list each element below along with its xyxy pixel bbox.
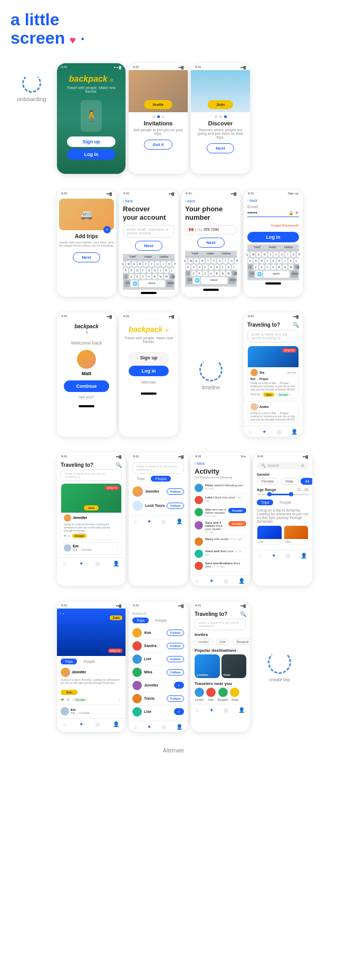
join-jennifer-big-button[interactable]: Join xyxy=(84,505,99,511)
gender-all[interactable]: All xyxy=(301,478,312,485)
back-link-phone[interactable]: ‹ back xyxy=(185,199,237,203)
back-link-recover[interactable]: ‹ back xyxy=(123,199,175,203)
activity-sara2: Sara and Brothers liked your 13 hrs ago xyxy=(195,560,246,572)
phone-people-list: 9:41 ▾▾▓ Enter a name of a city you're t… xyxy=(129,453,188,586)
keyboard: QWERTYUIOP ASDFGHJKL ⇧ZXCVBNM⌫ 123🌐space… xyxy=(123,260,175,290)
page-title: a little screen ♥ · xyxy=(11,11,336,47)
heart-icon: ♥ xyxy=(70,34,76,46)
auth-screens: 9:41 ▾▾▓ backpack ⚙ Welcome back Matt Co… xyxy=(57,312,336,437)
create-trip-label: create trip xyxy=(269,677,290,682)
signup-button[interactable]: Sign up xyxy=(67,136,115,147)
phone-input[interactable]: 🇨🇦 (+1) 459-7390 xyxy=(185,225,237,234)
profile-hero-photo: ‹ › Join MINUTE xyxy=(57,609,126,656)
list-item-lush-tours: Lush Tours Follow xyxy=(132,499,184,513)
login-email-button[interactable]: Log in xyxy=(247,232,299,242)
traveling-to-title-auth: Traveling to? xyxy=(247,322,280,328)
follow-tab-people[interactable]: People xyxy=(151,618,171,623)
follow-lise2-btn[interactable]: ✓ xyxy=(174,708,184,715)
back-link-login[interactable]: ‹ back xyxy=(247,199,299,202)
photo-tab-people[interactable]: People xyxy=(79,659,99,664)
got-it-button[interactable]: Got it xyxy=(144,140,173,150)
signup-alt-tagline: Travel with people. Make new friends. xyxy=(123,336,174,344)
join-button[interactable]: Join xyxy=(208,100,233,109)
gender-selector: Female Male All xyxy=(257,478,309,485)
traveler-abuja: Abuja xyxy=(230,688,239,701)
phone-login-email: 9:41 Sign up ‹ back Email •••••• 🔒 👁 For… xyxy=(244,190,303,296)
people-search-input[interactable]: Enter a name of a city you're traveling … xyxy=(132,462,184,474)
continue-button[interactable]: Continue xyxy=(64,380,109,392)
username-display: Matt xyxy=(61,371,112,376)
forgot-password[interactable]: Forgot Password? xyxy=(271,224,299,227)
phone-number: 9:41 ▾▾▓ ‹ back Your phonenumber 🇨🇦 (+1)… xyxy=(181,190,240,296)
follow-sandra-btn[interactable]: Follow xyxy=(167,643,184,649)
invite-cta-button[interactable]: Invite xyxy=(144,100,172,109)
accept-inia-btn[interactable]: Accept xyxy=(228,508,246,513)
follow-travis: Travis Follow xyxy=(132,692,184,705)
not-you-link[interactable]: Not you? xyxy=(61,395,112,399)
follow-lush-tours-btn[interactable]: Follow xyxy=(167,503,184,509)
filter-tab-trips[interactable]: Trips xyxy=(257,499,273,505)
add-trips-subtitle: Easily add your travels, your trips, and… xyxy=(59,241,114,247)
onboarding-label: onboarding xyxy=(11,63,53,102)
login-alt-button[interactable]: Log in xyxy=(129,366,169,376)
email-label: Email xyxy=(247,204,299,209)
activity-peter: Peter started following you 4 hrs ago xyxy=(195,482,246,494)
alternate-label: Alternate xyxy=(123,380,174,384)
follow-lise-btn[interactable]: Follow xyxy=(167,656,184,662)
user-card-em: Em Bali → Grenada ⋮ xyxy=(61,542,122,555)
gender-male[interactable]: Male xyxy=(281,478,298,485)
bottom-alternate-label: Alternate xyxy=(11,748,336,753)
phone-signup-alt: 9:41 ▾▾▓ backpack ⚙ Travel with people. … xyxy=(119,312,178,437)
phone-timeline-placeholder: timeline xyxy=(181,312,240,437)
add-trips-title: Add trips xyxy=(59,233,114,239)
keyboard-2: QWERTYUIOP ASDFGHJKL ⇧ZXCVBNM⌫ 123🌐space… xyxy=(185,257,237,287)
invitations-title: Invitations xyxy=(133,120,184,126)
activity-inia: Inia sent you a follow request 6 hrs ago… xyxy=(195,506,246,520)
accept-sara-btn[interactable]: Accept xyxy=(228,521,246,526)
photo-tab-trips[interactable]: Trips xyxy=(61,659,77,664)
nav-bar-big: ⌂ ✦ ◎ 👤 xyxy=(57,557,126,569)
login-button[interactable]: Log in xyxy=(67,149,115,160)
onboarding-text: onboarding xyxy=(17,96,46,102)
filter-tab-people[interactable]: People xyxy=(275,499,295,505)
tab-people[interactable]: People xyxy=(151,476,171,482)
activity-title: Activity xyxy=(195,467,246,475)
gender-female[interactable]: Female xyxy=(257,478,278,485)
browse-section: 9:41 ▾▾▓ Traveling to? 🔍 Enter a name of… xyxy=(11,453,336,586)
create-trip-circle-area: create trip xyxy=(253,602,306,732)
recover-input[interactable]: Enter email, username or phone number xyxy=(123,225,175,238)
nav-bar-create-trip: ⌂ ✦ ◎ 👤 xyxy=(191,704,250,715)
follow-tab-trips[interactable]: Trips xyxy=(132,618,149,623)
welcome-app-name: backpack xyxy=(61,324,112,329)
create-trip-input[interactable]: Enter a name of a city you're traveling … xyxy=(195,619,246,630)
next-button-add-trips[interactable]: Next xyxy=(73,252,100,262)
next-button-discover[interactable]: Next xyxy=(207,143,234,153)
back-link-activity[interactable]: ‹ back xyxy=(195,462,246,465)
phone-backpack: 9:41 ▾ ▾ ▓ backpack ⚙ Travel with people… xyxy=(57,63,126,174)
next-button-recover[interactable]: Next xyxy=(135,241,162,251)
browse-screens: 9:41 ▾▾▓ Traveling to? 🔍 Enter a name of… xyxy=(57,453,336,586)
dest-oslo: Oslo xyxy=(221,654,247,678)
discover-title: Discover xyxy=(195,120,246,126)
traveling-search-auth[interactable]: Enter a name of a city you're traveling … xyxy=(247,330,299,342)
user-card-sia: MINUTE Sia one trip Bali → Prague Going … xyxy=(247,346,299,399)
travelers-nearby-title: Travelers near you xyxy=(195,681,246,686)
filter-search-bar[interactable]: 🔍 Search ⚙ xyxy=(257,462,309,469)
follow-travis-btn[interactable]: Follow xyxy=(167,695,184,702)
join-photo-btn[interactable]: Join xyxy=(61,690,78,695)
follow-ana-btn[interactable]: Follow xyxy=(167,630,184,636)
follow-jennifer-btn[interactable]: Follow xyxy=(167,488,184,495)
status-bar-1: 9:41 ▾ ▾ ▓ xyxy=(57,63,126,70)
next-button-phone[interactable]: Next xyxy=(197,238,224,248)
age-slider[interactable] xyxy=(257,494,309,495)
timeline-spinner xyxy=(199,358,223,381)
follow-jennifer2-btn[interactable]: ✓ xyxy=(174,682,184,689)
onboarding2-screens: 9:41 ▾▾▓ 🚐 + Add trips Easily add your t… xyxy=(57,190,336,296)
follow-mika-btn[interactable]: Follow xyxy=(167,669,184,675)
join-sia-button[interactable]: Join xyxy=(263,393,274,397)
tab-trips[interactable]: Trips xyxy=(132,476,149,482)
user-card-andre: Andre Going on a trip to Bali → Prague l… xyxy=(247,401,299,423)
search-placeholder: Search xyxy=(132,611,184,616)
traveling-big-input[interactable]: Enter a name of a city you're traveling … xyxy=(61,469,122,481)
signup-alt-button[interactable]: Sign up xyxy=(129,352,169,364)
